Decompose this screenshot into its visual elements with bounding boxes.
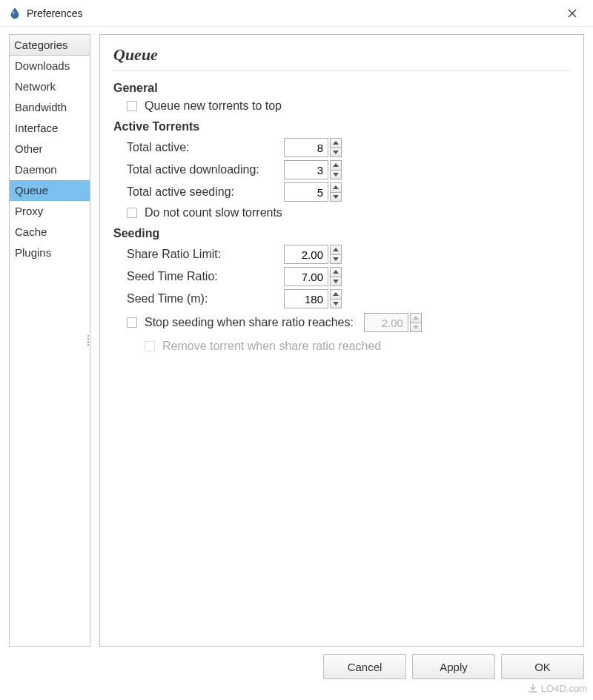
spinner-total-downloading bbox=[284, 160, 342, 179]
input-seed-time-ratio[interactable] bbox=[284, 267, 328, 286]
label-total-active: Total active: bbox=[127, 141, 284, 154]
svg-marker-11 bbox=[333, 270, 339, 274]
input-total-downloading[interactable] bbox=[284, 160, 328, 179]
spinner-total-seeding bbox=[284, 182, 342, 202]
cancel-button[interactable]: Cancel bbox=[323, 654, 406, 679]
sidebar-item-queue[interactable]: Queue bbox=[10, 180, 90, 201]
sidebar-item-proxy[interactable]: Proxy bbox=[10, 201, 90, 222]
input-share-ratio-limit[interactable] bbox=[284, 245, 328, 264]
input-seed-time-m[interactable] bbox=[284, 289, 328, 308]
section-general: General bbox=[113, 82, 570, 95]
app-icon bbox=[9, 7, 21, 19]
section-seeding: Seeding bbox=[113, 227, 570, 240]
content-area: Categories Downloads Network Bandwidth I… bbox=[0, 27, 593, 650]
footer: Cancel Apply OK bbox=[0, 650, 593, 679]
svg-marker-12 bbox=[333, 280, 339, 283]
titlebar: Preferences bbox=[0, 0, 593, 27]
sidebar-item-daemon[interactable]: Daemon bbox=[10, 159, 90, 180]
label-stop-seeding: Stop seeding when share ratio reaches: bbox=[145, 316, 354, 329]
svg-marker-16 bbox=[413, 326, 419, 329]
chevron-down-icon bbox=[413, 326, 419, 329]
svg-marker-8 bbox=[333, 195, 339, 199]
spinner-up[interactable] bbox=[330, 245, 342, 254]
spinner-up[interactable] bbox=[330, 160, 342, 170]
svg-marker-6 bbox=[333, 173, 339, 176]
section-active-torrents: Active Torrents bbox=[113, 120, 570, 133]
chevron-up-icon bbox=[333, 185, 339, 189]
sidebar-item-interface[interactable]: Interface bbox=[10, 118, 90, 139]
spinner-stop-seeding-ratio bbox=[364, 313, 422, 332]
ok-button[interactable]: OK bbox=[501, 654, 584, 679]
chevron-down-icon bbox=[333, 173, 339, 176]
spinner-down[interactable] bbox=[330, 277, 342, 287]
chevron-down-icon bbox=[333, 195, 339, 199]
sidebar-item-bandwidth[interactable]: Bandwidth bbox=[10, 97, 90, 118]
spinner-down[interactable] bbox=[330, 254, 342, 265]
watermark-text: LO4D.com bbox=[541, 683, 587, 694]
svg-marker-15 bbox=[413, 316, 419, 320]
spinner-share-ratio-limit bbox=[284, 245, 342, 264]
chevron-up-icon bbox=[333, 163, 339, 167]
chevron-up-icon bbox=[333, 141, 339, 145]
spinner-seed-time-ratio bbox=[284, 267, 342, 286]
chevron-up-icon bbox=[333, 270, 339, 274]
svg-point-0 bbox=[13, 11, 15, 14]
sidebar-item-cache[interactable]: Cache bbox=[10, 222, 90, 242]
input-total-active[interactable] bbox=[284, 138, 328, 157]
label-remove-torrent: Remove torrent when share ratio reached bbox=[162, 340, 381, 353]
close-button[interactable] bbox=[560, 3, 584, 24]
spinner-up[interactable] bbox=[330, 182, 342, 192]
watermark: LO4D.com bbox=[528, 683, 587, 694]
sidebar-item-other[interactable]: Other bbox=[10, 139, 90, 159]
svg-marker-10 bbox=[333, 257, 339, 261]
svg-marker-13 bbox=[333, 292, 339, 296]
chevron-up-icon bbox=[413, 316, 419, 320]
resize-handle[interactable] bbox=[86, 328, 90, 352]
apply-button[interactable]: Apply bbox=[412, 654, 495, 679]
spinner-total-active bbox=[284, 138, 342, 157]
svg-marker-9 bbox=[333, 248, 339, 251]
spinner-up bbox=[410, 313, 422, 323]
svg-marker-14 bbox=[333, 302, 339, 306]
label-queue-new-to-top: Queue new torrents to top bbox=[145, 99, 282, 113]
label-seed-time-m: Seed Time (m): bbox=[127, 292, 284, 306]
sidebar-item-network[interactable]: Network bbox=[10, 76, 90, 97]
label-share-ratio-limit: Share Ratio Limit: bbox=[127, 248, 284, 261]
spinner-up[interactable] bbox=[330, 138, 342, 148]
sidebar-header: Categories bbox=[10, 35, 90, 56]
input-total-seeding[interactable] bbox=[284, 182, 328, 202]
checkbox-queue-new-to-top[interactable] bbox=[127, 101, 137, 111]
svg-marker-3 bbox=[333, 141, 339, 145]
chevron-down-icon bbox=[333, 257, 339, 261]
main-panel: Queue General Queue new torrents to top … bbox=[99, 34, 584, 647]
spinner-down bbox=[410, 323, 422, 333]
checkbox-stop-seeding[interactable] bbox=[127, 317, 137, 328]
chevron-up-icon bbox=[333, 292, 339, 296]
sidebar: Categories Downloads Network Bandwidth I… bbox=[9, 34, 90, 647]
svg-marker-4 bbox=[333, 151, 339, 154]
label-total-downloading: Total active downloading: bbox=[127, 163, 284, 176]
checkbox-remove-torrent bbox=[145, 341, 155, 351]
label-no-count-slow: Do not count slow torrents bbox=[145, 206, 282, 219]
download-icon bbox=[528, 684, 538, 694]
spinner-up[interactable] bbox=[330, 267, 342, 277]
input-stop-seeding-ratio bbox=[364, 313, 408, 332]
chevron-down-icon bbox=[333, 302, 339, 306]
close-icon bbox=[568, 9, 577, 18]
sidebar-item-plugins[interactable]: Plugins bbox=[10, 242, 90, 263]
svg-marker-5 bbox=[333, 163, 339, 167]
title-divider bbox=[113, 70, 570, 71]
spinner-down[interactable] bbox=[330, 192, 342, 202]
window-title: Preferences bbox=[27, 7, 82, 19]
label-seed-time-ratio: Seed Time Ratio: bbox=[127, 270, 284, 283]
svg-marker-7 bbox=[333, 185, 339, 189]
spinner-down[interactable] bbox=[330, 170, 342, 180]
spinner-up[interactable] bbox=[330, 289, 342, 299]
spinner-down[interactable] bbox=[330, 148, 342, 158]
spinner-down[interactable] bbox=[330, 299, 342, 309]
chevron-down-icon bbox=[333, 280, 339, 283]
chevron-down-icon bbox=[333, 151, 339, 154]
checkbox-no-count-slow[interactable] bbox=[127, 208, 137, 218]
sidebar-item-downloads[interactable]: Downloads bbox=[10, 56, 90, 76]
label-total-seeding: Total active seeding: bbox=[127, 185, 284, 199]
